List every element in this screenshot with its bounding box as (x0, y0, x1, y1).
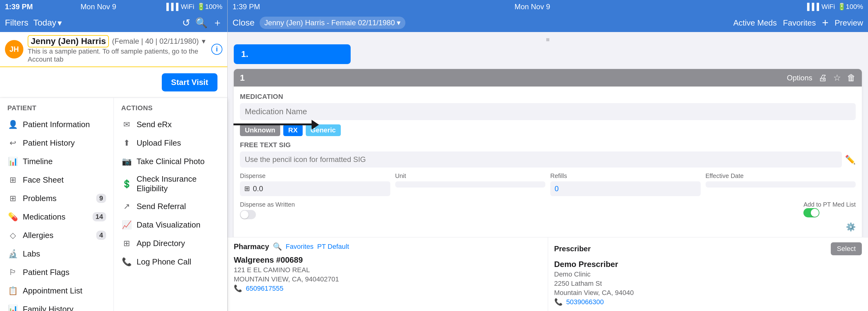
dispense-icon: ⊞ (244, 185, 250, 193)
patient-pill[interactable]: Jenny (Jen) Harris - Female 02/11/1980 ▾ (259, 17, 406, 29)
options-button[interactable]: Options (787, 74, 812, 82)
menu-check-insurance[interactable]: 💲 Check Insurance Eligibility (114, 171, 227, 197)
print-button[interactable]: 🖨 (818, 73, 827, 83)
actions-column: Actions ✉ Send eRx ⬆ Upload Files (114, 98, 227, 311)
menu-patient-information[interactable]: 👤 Patient Information (0, 115, 114, 134)
prescriber-phone[interactable]: 📞 5039066300 (554, 298, 862, 306)
left-panel: 1:39 PM Mon Nov 9 ▐▐▐ WiFi 🔋100% Filters… (0, 0, 227, 311)
menu-send-referral-label: Send Referral (136, 202, 220, 211)
unit-input[interactable] (395, 181, 546, 188)
med-card-number: 1 (240, 73, 245, 83)
menu-family-history[interactable]: 📊 Family History (0, 300, 114, 311)
right-battery-icon: 🔋100% (838, 3, 863, 11)
labs-icon: 🔬 (7, 248, 19, 259)
pharmacy-name: Walgreens #00689 (234, 255, 541, 265)
patient-pill-label: Jenny (Jen) Harris - Female 02/11/1980 ▾ (265, 19, 401, 27)
left-day: Mon Nov 9 (81, 2, 116, 11)
allergies-badge: 4 (96, 231, 106, 240)
prescriber-title: Prescriber (554, 245, 591, 253)
left-status-icons: ▐▐▐ WiFi 🔋100% (164, 3, 222, 11)
refills-label: Refills (550, 172, 701, 179)
refills-value: 0 (555, 185, 696, 193)
pharmacy-pt-default-link[interactable]: PT Default (317, 243, 349, 251)
menu-patient-information-label: Patient Information (23, 120, 106, 129)
menu-labs[interactable]: 🔬 Labs (0, 245, 114, 263)
today-chevron-icon: ▾ (58, 18, 62, 28)
menu-medications[interactable]: 💊 Medications 14 (0, 207, 114, 226)
battery-icon: 🔋100% (197, 3, 222, 11)
badge-rx[interactable]: RX (283, 124, 303, 136)
menu-app-directory[interactable]: ⊞ App Directory (114, 234, 227, 253)
prescriber-top-bar: Prescriber Select (554, 242, 862, 255)
menu-labs-label: Labs (23, 249, 106, 259)
menu-take-clinical-photo[interactable]: 📷 Take Clinical Photo (114, 152, 227, 171)
patient-flags-icon: 🏳 (7, 267, 19, 278)
settings-icon[interactable]: ⚙️ (846, 222, 856, 232)
pharmacy-favorites-link[interactable]: Favorites (286, 243, 313, 251)
menu-face-sheet[interactable]: ⊞ Face Sheet (0, 171, 114, 189)
refills-input[interactable]: 0 (550, 181, 701, 196)
pharmacy-title: Pharmacy (234, 242, 269, 251)
close-button[interactable]: Close (232, 18, 255, 28)
dispense-as-written-section: Dispense as Written (240, 201, 295, 219)
menu-log-phone-call-label: Log Phone Call (136, 257, 220, 267)
menu-problems[interactable]: ⊞ Problems 9 (0, 189, 114, 207)
today-button[interactable]: Today ▾ (33, 18, 62, 28)
patient-info-icon: 👤 (7, 119, 19, 130)
add-pt-med-section: Add to PT Med List ⚙️ (803, 201, 856, 232)
actions-col-header: Actions (114, 103, 227, 115)
dispense-field: Dispense ⊞ 0.0 (240, 172, 390, 196)
badge-unknown[interactable]: Unknown (240, 124, 280, 136)
active-meds-button[interactable]: Active Meds (733, 18, 777, 28)
menu-log-phone-call[interactable]: 📞 Log Phone Call (114, 253, 227, 271)
menu-send-referral[interactable]: ↗ Send Referral (114, 197, 227, 216)
menu-timeline-label: Timeline (23, 157, 106, 166)
med-card-header-right: Options 🖨 ☆ 🗑 (787, 73, 856, 83)
menu-upload-files[interactable]: ⬆ Upload Files (114, 134, 227, 152)
star-button[interactable]: ☆ (833, 73, 841, 83)
appointment-list-icon: 📋 (7, 285, 19, 296)
send-referral-icon: ↗ (121, 201, 132, 212)
menu-data-visualization[interactable]: 📈 Data Visualization (114, 216, 227, 234)
add-pt-med-toggle[interactable] (803, 208, 819, 217)
dispense-as-written-toggle[interactable] (240, 210, 256, 219)
pharmacy-address2: MOUNTAIN VIEW, CA, 940402701 (234, 275, 541, 283)
log-phone-icon: 📞 (121, 256, 132, 267)
filters-button[interactable]: Filters (5, 18, 28, 28)
refresh-button[interactable]: ↺ (182, 17, 190, 29)
prescriber-phone-icon: 📞 (554, 298, 563, 306)
dropdown-menu: Patient 👤 Patient Information ↩ Patient … (0, 98, 227, 311)
pencil-icon[interactable]: ✏️ (845, 154, 856, 165)
dropdown-chevron-icon: ▾ (202, 37, 206, 46)
prescriber-select-button[interactable]: Select (831, 242, 862, 255)
patient-header-sub: This is a sample patient. To off sample … (28, 48, 207, 63)
search-button[interactable]: 🔍 (195, 17, 208, 29)
badge-generic[interactable]: Generic (306, 124, 341, 136)
start-visit-button[interactable]: Start Visit (162, 73, 217, 91)
menu-allergies[interactable]: ◇ Allergies 4 (0, 226, 114, 245)
add-rx-button[interactable]: + (822, 16, 828, 29)
menu-send-erx-label: Send eRx (136, 120, 220, 129)
prescriber-section: Prescriber Select Demo Prescriber Demo C… (548, 237, 868, 311)
pharmacy-search-icon[interactable]: 🔍 (273, 242, 282, 251)
dispense-input[interactable]: ⊞ 0.0 (240, 181, 390, 196)
trash-button[interactable]: 🗑 (847, 73, 856, 83)
dispense-as-written-label: Dispense as Written (240, 201, 295, 208)
add-button[interactable]: ＋ (213, 16, 222, 30)
free-text-input[interactable] (240, 151, 842, 168)
menu-patient-flags[interactable]: 🏳 Patient Flags (0, 263, 114, 281)
favorites-button[interactable]: Favorites (783, 18, 816, 28)
menu-timeline[interactable]: 📊 Timeline (0, 152, 114, 171)
refills-field: Refills 0 (550, 172, 701, 196)
menu-upload-files-label: Upload Files (136, 138, 220, 148)
pharmacy-phone[interactable]: 📞 6509617555 (234, 284, 541, 292)
menu-send-erx[interactable]: ✉ Send eRx (114, 115, 227, 134)
menu-patient-history[interactable]: ↩ Patient History (0, 134, 114, 152)
preview-button[interactable]: Preview (835, 18, 863, 28)
info-icon[interactable]: i (211, 44, 222, 55)
effective-date-input[interactable] (706, 181, 856, 188)
medication-name-input[interactable] (240, 103, 856, 120)
menu-appointment-list[interactable]: 📋 Appointment List (0, 281, 114, 300)
rx-number: 1. (241, 49, 248, 59)
timeline-icon: 📊 (7, 156, 19, 167)
